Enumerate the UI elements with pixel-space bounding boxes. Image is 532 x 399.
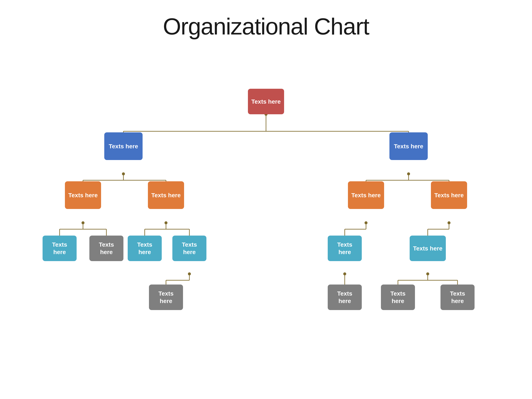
svg-point-19 [82, 221, 84, 224]
node-l4c[interactable]: Texts here [381, 285, 415, 310]
node-l1b[interactable]: Texts here [389, 132, 428, 160]
svg-point-14 [407, 172, 410, 175]
node-l3c[interactable]: Texts here [128, 235, 162, 261]
node-l3b[interactable]: Texts here [89, 235, 123, 261]
org-chart: .conn { stroke: #7f6b2d; stroke-width: 3… [0, 53, 532, 399]
node-l2a[interactable]: Texts here [65, 181, 101, 209]
svg-point-38 [343, 272, 346, 275]
svg-point-36 [188, 272, 191, 275]
page-title: Organizational Chart [163, 13, 369, 40]
svg-point-9 [122, 172, 125, 175]
node-l4d[interactable]: Texts here [441, 285, 475, 310]
node-l3d[interactable]: Texts here [172, 235, 206, 261]
node-l2d[interactable]: Texts here [431, 181, 467, 209]
node-l1a[interactable]: Texts here [104, 132, 143, 160]
node-l2c[interactable]: Texts here [348, 181, 384, 209]
svg-point-28 [365, 221, 367, 224]
svg-point-32 [448, 221, 450, 224]
node-l2b[interactable]: Texts here [148, 181, 184, 209]
svg-point-43 [426, 272, 429, 275]
node-l3a[interactable]: Texts here [43, 235, 77, 261]
node-root[interactable]: Texts here [248, 89, 284, 114]
svg-point-24 [165, 221, 167, 224]
node-l4b[interactable]: Texts here [328, 285, 362, 310]
node-l3e[interactable]: Texts here [328, 235, 362, 261]
node-l4a[interactable]: Texts here [149, 285, 183, 310]
node-l3f[interactable]: Texts here [410, 235, 446, 261]
